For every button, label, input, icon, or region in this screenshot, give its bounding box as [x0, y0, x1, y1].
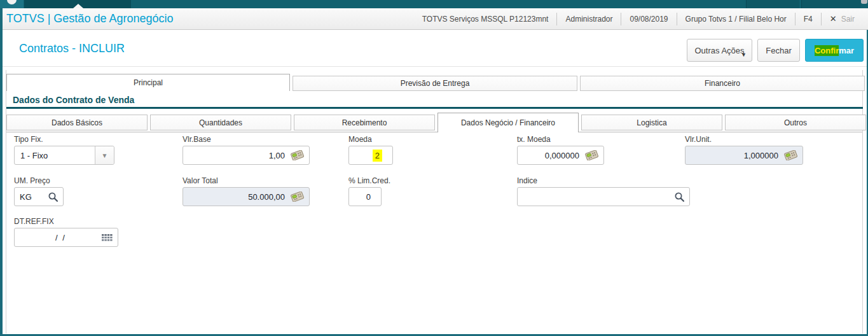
active-browser-tab[interactable]: [24, 0, 131, 8]
chevron-down-icon: ▼: [102, 152, 108, 159]
calendar-icon[interactable]: [102, 234, 113, 241]
fkey-label: F4: [795, 13, 821, 25]
vlr-base-label: Vlr.Base: [183, 135, 211, 144]
system-date-label: 09/08/2019: [621, 13, 676, 25]
app-header-bar: TOTVS | Gestão de Agronegócio TOTVS Serv…: [0, 8, 868, 30]
lim-cred-input[interactable]: 0: [348, 187, 382, 206]
moeda-value-highlighted: 2: [373, 150, 382, 162]
header-status-area: TOTVS Serviços MSSQL P12123mnt Administr…: [414, 8, 863, 29]
other-actions-label: Outras Ações: [694, 46, 744, 55]
search-icon[interactable]: [674, 192, 684, 202]
vlr-unit-input: 1,000000: [685, 146, 803, 165]
subtab-outros[interactable]: Outros: [725, 115, 866, 130]
vlr-base-input[interactable]: 1,00: [183, 146, 310, 165]
tab-label: Financeiro: [705, 79, 740, 88]
close-button[interactable]: Fechar: [757, 39, 800, 62]
section-title: Dados do Contrato de Venda: [13, 95, 134, 105]
toolbar-divider: [3, 66, 867, 67]
dt-ref-fix-input[interactable]: / /: [14, 228, 118, 247]
tx-moeda-input[interactable]: 0,000000: [517, 146, 604, 165]
group-branch-label[interactable]: Grupo Totvs 1 / Filial Belo Hor: [677, 13, 795, 25]
subtab-dados-negocio-financeiro[interactable]: Dados Negócio / Financeiro: [437, 113, 579, 132]
confirm-label-rest: mar: [839, 46, 854, 55]
vlr-base-value: 1,00: [188, 151, 290, 160]
tipo-fix-value: 1 - Fixo: [15, 151, 95, 160]
browser-home-corner[interactable]: [0, 0, 24, 8]
indice-input[interactable]: [517, 187, 690, 206]
tipo-fix-select[interactable]: 1 - Fixo ▼: [14, 146, 114, 165]
tab-principal[interactable]: Principal: [6, 74, 290, 91]
calculator-icon[interactable]: [290, 192, 304, 202]
um-preco-input[interactable]: KG: [14, 187, 64, 206]
tab-label: Principal: [134, 78, 163, 87]
um-preco-value: KG: [20, 192, 48, 202]
subtab-label: Outros: [784, 118, 807, 127]
valor-total-input: 50.000,00: [183, 187, 310, 206]
dt-ref-fix-value: / /: [20, 233, 102, 242]
um-preco-label: UM. Preço: [14, 176, 50, 185]
exit-button[interactable]: ✕ Sair: [821, 13, 863, 25]
tipo-fix-label: Tipo Fix.: [14, 135, 43, 144]
tab-previsao-de-entrega[interactable]: Previsão de Entrega: [293, 76, 577, 91]
tab-financeiro[interactable]: Financeiro: [580, 76, 865, 91]
server-environment-label: TOTVS Serviços MSSQL P12123mnt: [414, 13, 557, 25]
app-logo-icon: [7, 0, 17, 4]
subtab-label: Dados Básicos: [52, 118, 102, 127]
top-strip-segment: [801, 0, 860, 8]
vlr-unit-value: 1,000000: [691, 151, 783, 160]
calculator-icon[interactable]: [584, 150, 598, 160]
moeda-input[interactable]: 2: [348, 146, 393, 165]
valor-total-value: 50.000,00: [188, 192, 290, 202]
app-title: TOTVS | Gestão de Agronegócio: [6, 12, 174, 25]
other-actions-button[interactable]: Outras Ações ▼: [687, 39, 752, 62]
combo-arrow-button[interactable]: ▼: [95, 146, 114, 164]
subtab-label: Dados Negócio / Financeiro: [461, 118, 555, 127]
top-strip-segment: [746, 0, 799, 8]
page-title: Contratos - INCLUIR: [19, 42, 125, 55]
vlr-unit-label: Vlr.Unit.: [685, 135, 712, 144]
app-window: TOTVS | Gestão de Agronegócio TOTVS Serv…: [0, 0, 868, 336]
dt-ref-fix-label: DT.REF.FIX: [14, 217, 54, 226]
confirm-label-highlighted: Confir: [815, 45, 839, 56]
tx-moeda-value: 0,000000: [523, 151, 584, 160]
lim-cred-label: % Lim.Cred.: [348, 176, 390, 185]
chevron-down-icon: ▼: [741, 52, 747, 58]
active-tab-pointer-icon: [73, 4, 83, 8]
tab-label: Previsão de Entrega: [401, 79, 470, 88]
scrollbar-top-cap: [861, 0, 867, 4]
close-icon: ✕: [830, 14, 837, 24]
subtab-recebimento[interactable]: Recebimento: [294, 115, 435, 130]
panel-left-border: [6, 70, 6, 333]
subtab-label: Logistica: [637, 118, 666, 127]
calculator-icon[interactable]: [783, 150, 797, 160]
confirm-button[interactable]: Confirmar: [805, 39, 864, 62]
subtab-quantidades[interactable]: Quantidades: [150, 115, 291, 130]
browser-top-strip: [0, 0, 868, 8]
search-icon[interactable]: [48, 192, 58, 202]
tx-moeda-label: tx. Moeda: [517, 135, 551, 144]
window-left-edge: [0, 8, 3, 336]
subtab-label: Quantidades: [199, 118, 242, 127]
logged-user-label: Administrador: [556, 13, 621, 25]
indice-label: Indice: [517, 176, 537, 185]
subtab-baseline: [6, 132, 862, 132]
subtab-dados-basicos[interactable]: Dados Básicos: [6, 115, 148, 130]
subtab-label: Recebimento: [342, 118, 387, 127]
calculator-icon[interactable]: [290, 150, 304, 160]
moeda-label: Moeda: [348, 135, 372, 144]
valor-total-label: Valor Total: [183, 176, 218, 185]
panel-right-border: [862, 70, 863, 333]
exit-label: Sair: [841, 15, 855, 24]
lim-cred-value: 0: [354, 192, 376, 202]
section-underline: [6, 107, 863, 109]
subtab-logistica[interactable]: Logistica: [581, 115, 722, 130]
close-button-label: Fechar: [766, 46, 791, 55]
